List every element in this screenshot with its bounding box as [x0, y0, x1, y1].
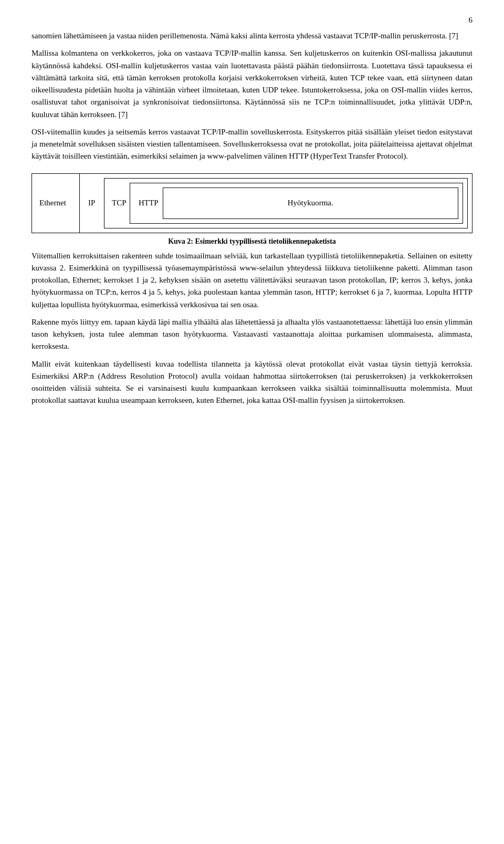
- page-number: 6: [32, 16, 472, 25]
- ip-label: IP: [84, 178, 104, 228]
- paragraph-3: OSI-viitemallin kuudes ja seitsemäs kerr…: [32, 126, 472, 163]
- paragraph-7: Mallit eivät kuitenkaan täydellisesti ku…: [32, 358, 472, 407]
- paragraph-2: Mallissa kolmantena on verkkokerros, jok…: [32, 47, 472, 121]
- packet-diagram: Ethernet IP TCP HTTP Hyötykuorma.: [32, 173, 472, 233]
- http-label: HTTP: [134, 187, 163, 219]
- tcp-outer-box: TCP HTTP Hyötykuorma.: [104, 178, 468, 228]
- paragraph-1: sanomien lähettämiseen ja vastaa niiden …: [32, 30, 472, 42]
- diagram-caption: Kuva 2: Esimerkki tyypillisestä tietolii…: [32, 237, 472, 246]
- paragraph-5: Viitemallien kerroksittaisen rakenteen s…: [32, 250, 472, 311]
- http-outer-box: HTTP Hyötykuorma.: [130, 183, 463, 224]
- ip-outer-box: IP TCP HTTP Hyötykuorma.: [79, 174, 472, 233]
- tcp-label: TCP: [109, 183, 130, 224]
- diagram-caption-text: Kuva 2: Esimerkki tyypillisestä tietolii…: [168, 237, 336, 245]
- ethernet-label: Ethernet: [32, 174, 79, 233]
- paragraph-6: Rakenne myös liittyy em. tapaan käydä lä…: [32, 316, 472, 353]
- payload-area: Hyötykuorma.: [163, 187, 459, 219]
